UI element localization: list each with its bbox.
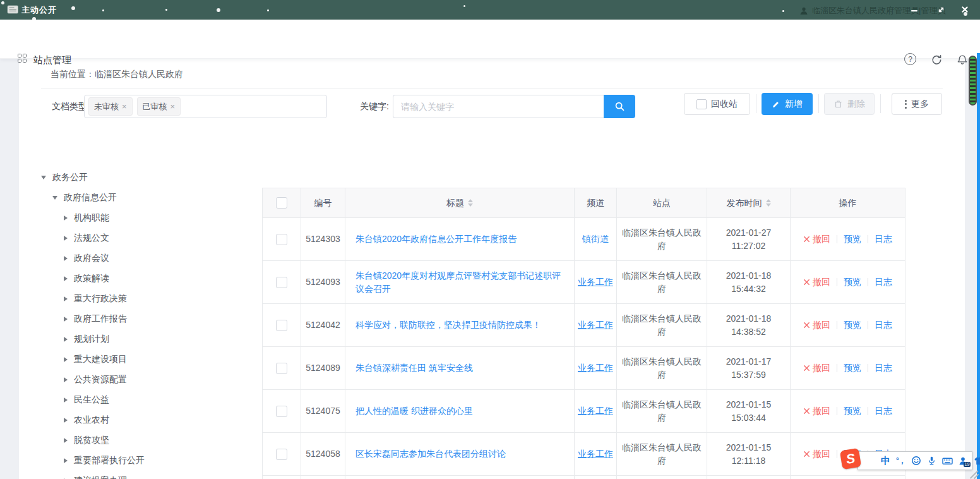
row-checkbox[interactable] — [276, 449, 287, 460]
preview-link[interactable]: 预览 — [844, 361, 861, 375]
apps-grid-icon[interactable] — [18, 54, 27, 63]
divider — [868, 235, 868, 243]
channel-link[interactable]: 业务工作 — [578, 447, 613, 461]
row-checkbox[interactable] — [276, 234, 287, 245]
revoke-link[interactable]: 撤回 — [803, 276, 830, 289]
tree-node-root[interactable]: 政务公开 — [38, 167, 246, 188]
doc-title-link[interactable]: 朱台镇深耕责任田 筑牢安全线 — [356, 361, 473, 375]
revoke-link[interactable]: 撤回 — [803, 233, 830, 246]
row-checkbox[interactable] — [276, 277, 287, 288]
close-icon[interactable] — [957, 3, 972, 16]
add-button[interactable]: 新增 — [762, 93, 813, 115]
microphone-icon[interactable] — [927, 456, 936, 466]
caret-right-icon[interactable] — [64, 317, 68, 322]
notification-bell-icon[interactable] — [955, 52, 969, 66]
row-checkbox[interactable] — [276, 363, 287, 374]
log-link[interactable]: 日志 — [875, 318, 892, 332]
preview-link[interactable]: 预览 — [844, 276, 861, 289]
caret-right-icon[interactable] — [64, 337, 68, 342]
log-link[interactable]: 日志 — [875, 233, 892, 246]
caret-right-icon[interactable] — [64, 438, 68, 443]
search-button[interactable] — [604, 95, 635, 118]
channel-link[interactable]: 镇街道 — [582, 233, 609, 246]
refresh-icon[interactable] — [929, 52, 943, 66]
caret-down-icon[interactable] — [52, 196, 57, 200]
caret-right-icon[interactable] — [64, 458, 68, 463]
tree-node[interactable]: 脱贫攻坚 — [38, 430, 246, 451]
tag-close-icon[interactable]: × — [122, 102, 127, 111]
caret-right-icon[interactable] — [64, 215, 68, 221]
caret-right-icon[interactable] — [64, 377, 68, 382]
caret-down-icon[interactable] — [41, 176, 46, 179]
doc-title-link[interactable]: 区长宋磊同志参加朱台代表团分组讨论 — [356, 447, 506, 461]
tree-node[interactable]: 农业农村 — [38, 410, 246, 430]
sort-icon[interactable] — [766, 199, 771, 207]
sort-icon[interactable] — [468, 199, 473, 207]
preview-link[interactable]: 预览 — [844, 233, 861, 246]
tree-node[interactable]: 重要部署执行公开 — [38, 451, 246, 471]
tree-node-label: 政府工作报告 — [74, 313, 127, 325]
doc-type-select[interactable]: 未审核 × 已审核 × — [84, 95, 327, 118]
channel-link[interactable]: 业务工作 — [578, 361, 613, 375]
tree-node[interactable]: 公共资源配置 — [38, 370, 246, 390]
sogou-logo[interactable]: S — [840, 448, 861, 470]
preview-link[interactable]: 预览 — [844, 318, 861, 332]
tag-reviewed: 已审核 × — [137, 97, 181, 116]
tree-node[interactable]: 规划计划 — [38, 329, 246, 349]
recycle-bin-button[interactable]: 回收站 — [684, 93, 750, 115]
caret-right-icon[interactable] — [64, 236, 68, 241]
tree-node[interactable]: 建议提案办理 — [38, 471, 246, 479]
tree-node[interactable]: 机构职能 — [38, 208, 246, 228]
keyboard-icon[interactable] — [942, 456, 953, 466]
channel-link[interactable]: 业务工作 — [578, 318, 613, 332]
table-row-partial — [263, 475, 905, 479]
revoke-link[interactable]: 撤回 — [803, 404, 830, 418]
skin-icon[interactable] — [974, 456, 980, 466]
doc-title-link[interactable]: 朱台镇2020年政府信息公开工作年度报告 — [356, 233, 517, 246]
tree-node[interactable]: 政府会议 — [38, 248, 246, 269]
user-count-icon[interactable]: 19 — [959, 456, 968, 466]
preview-link[interactable]: 预览 — [844, 404, 861, 418]
channel-link[interactable]: 业务工作 — [578, 404, 613, 418]
tree-node[interactable]: 政策解读 — [38, 269, 246, 289]
more-button[interactable]: 更多 — [892, 93, 942, 115]
caret-right-icon[interactable] — [64, 256, 68, 261]
caret-right-icon[interactable] — [64, 418, 68, 423]
tree-node-gov-info[interactable]: 政府信息公开 — [38, 188, 246, 208]
tree-node[interactable]: 政府工作报告 — [38, 309, 246, 329]
minimize-button[interactable] — [907, 3, 922, 16]
keyword-input[interactable] — [393, 95, 604, 118]
recycle-checkbox[interactable] — [696, 99, 707, 109]
caret-right-icon[interactable] — [64, 296, 68, 301]
tree-node[interactable]: 法规公文 — [38, 228, 246, 248]
maximize-button[interactable] — [933, 3, 948, 16]
row-checkbox[interactable] — [276, 406, 287, 417]
revoke-link[interactable]: 撤回 — [803, 361, 830, 375]
select-all-checkbox[interactable] — [276, 197, 287, 209]
doc-title-link[interactable]: 科学应对，联防联控，坚决捍卫疫情防控成果！ — [356, 318, 541, 332]
caret-right-icon[interactable] — [64, 357, 68, 362]
log-link[interactable]: 日志 — [875, 276, 892, 289]
doc-title-link[interactable]: 把人性的温暖 织进群众的心里 — [356, 404, 473, 418]
revoke-link[interactable]: 撤回 — [803, 447, 830, 461]
log-link[interactable]: 日志 — [875, 404, 892, 418]
tree-node[interactable]: 重大建设项目 — [38, 349, 246, 370]
caret-right-icon[interactable] — [64, 276, 68, 281]
emoji-icon[interactable] — [911, 456, 921, 466]
doc-title-link[interactable]: 朱台镇2020年度对村观摩点评暨村党支部书记述职评议会召开 — [356, 269, 564, 296]
tag-close-icon[interactable]: × — [170, 102, 176, 111]
scrollbar-thumb[interactable] — [969, 56, 977, 106]
punctuation-icon[interactable]: °， — [896, 456, 905, 466]
tree-node[interactable]: 民生公益 — [38, 390, 246, 410]
revoke-link[interactable]: 撤回 — [803, 318, 830, 332]
keyword-label: 关键字: — [360, 101, 389, 112]
log-link[interactable]: 日志 — [875, 361, 892, 375]
help-icon[interactable]: ? — [904, 53, 916, 65]
delete-button[interactable]: 删除 — [824, 93, 875, 115]
row-checkbox[interactable] — [276, 320, 287, 331]
tree-node[interactable]: 重大行政决策 — [38, 289, 246, 309]
caret-right-icon[interactable] — [64, 397, 68, 403]
chinese-mode-icon[interactable]: 中 — [881, 455, 890, 467]
channel-link[interactable]: 业务工作 — [578, 276, 613, 289]
user-menu[interactable]: 临淄区朱台镇人民政府管理员|管理员 — [799, 5, 980, 16]
